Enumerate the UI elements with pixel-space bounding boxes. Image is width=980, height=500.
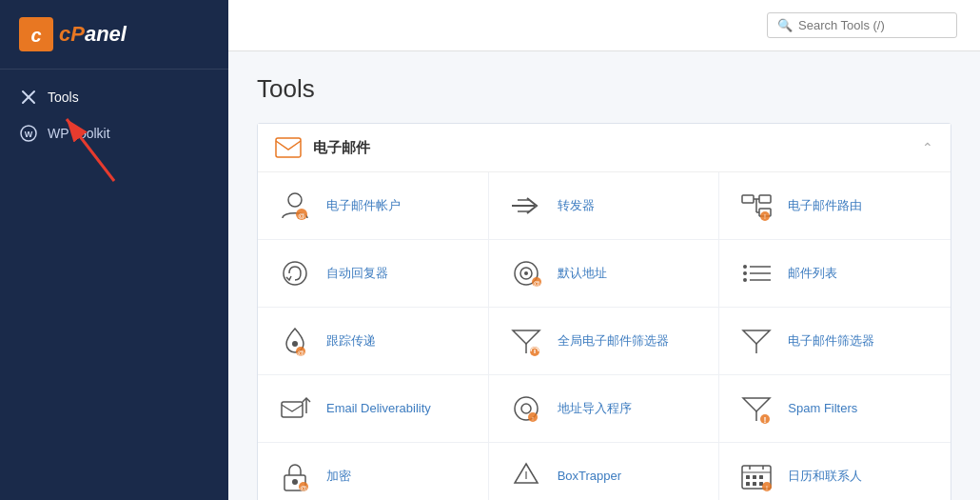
boxtrapper-label: BoxTrapper (558, 469, 621, 485)
logo-area: c cPanel (0, 0, 228, 70)
svg-rect-8 (276, 138, 301, 157)
email-filters-icon (738, 323, 774, 359)
svg-point-31 (743, 271, 747, 275)
tool-address-importer[interactable]: ↑ 地址导入程序 (489, 375, 720, 443)
tool-email-filters[interactable]: 电子邮件筛选器 (719, 308, 951, 375)
autoresponders-icon (277, 255, 313, 291)
tool-calendar-contacts[interactable]: ! 日历和联系人 (719, 443, 951, 500)
sidebar: c cPanel Tools W WP Toolk (0, 0, 228, 500)
search-tools-input[interactable] (798, 18, 947, 32)
email-deliverability-icon (277, 390, 313, 427)
svg-text:@: @ (300, 484, 307, 492)
forwarders-icon (508, 188, 544, 224)
annotation-arrow (48, 110, 143, 186)
svg-marker-42 (743, 330, 770, 344)
svg-rect-16 (759, 195, 771, 203)
calendar-contacts-label: 日历和联系人 (788, 469, 862, 485)
svg-text:@: @ (533, 279, 540, 288)
email-section: 电子邮件 ⌃ @ 电子邮件帐户 (257, 123, 951, 500)
email-accounts-icon: @ (277, 188, 313, 224)
tools-icon (19, 89, 38, 106)
encryption-label: 加密 (326, 469, 351, 485)
email-section-header[interactable]: 电子邮件 ⌃ (258, 124, 951, 172)
svg-point-33 (743, 278, 747, 282)
svg-line-7 (67, 119, 114, 181)
svg-rect-66 (759, 475, 763, 479)
svg-text:W: W (25, 130, 33, 139)
spam-filters-label: Spam Filters (788, 401, 857, 417)
svg-text:!: ! (764, 415, 767, 425)
svg-point-55 (292, 479, 298, 485)
global-email-filters-label: 全局电子邮件筛选器 (558, 333, 669, 350)
search-tools-box[interactable]: 🔍 (767, 12, 957, 38)
boxtrapper-icon (508, 458, 544, 494)
mailing-lists-label: 邮件列表 (788, 266, 837, 282)
tool-encryption[interactable]: @ 加密 (258, 443, 489, 500)
email-deliverability-label: Email Deliverability (326, 401, 431, 417)
calendar-contacts-icon: ! (738, 458, 774, 494)
tool-default-address[interactable]: @ 默认地址 (489, 240, 720, 308)
svg-text:@: @ (298, 211, 305, 220)
svg-rect-67 (746, 482, 750, 486)
default-address-icon: @ (508, 255, 544, 291)
tool-forwarders[interactable]: 转发器 (489, 172, 720, 240)
svg-text:!: ! (766, 485, 768, 491)
spam-filters-icon: ! (738, 390, 774, 427)
topbar: 🔍 (228, 0, 980, 51)
svg-marker-38 (513, 330, 539, 344)
tool-email-deliverability[interactable]: Email Deliverability (258, 375, 489, 443)
address-importer-label: 地址导入程序 (558, 401, 632, 417)
tool-boxtrapper[interactable]: BoxTrapper (489, 443, 720, 500)
content-area: Tools 电子邮件 ⌃ (228, 51, 980, 500)
email-routing-icon: ! (738, 188, 774, 224)
svg-point-47 (521, 404, 531, 413)
email-section-icon (275, 137, 302, 158)
track-delivery-label: 跟踪传递 (326, 333, 376, 350)
svg-text:@: @ (297, 349, 304, 357)
cpanel-logo: c cPanel (19, 17, 209, 51)
svg-rect-44 (282, 402, 303, 417)
address-importer-icon: ↑ (508, 390, 544, 427)
encryption-icon: @ (277, 458, 313, 494)
svg-point-9 (288, 193, 302, 207)
tool-mailing-lists[interactable]: 邮件列表 (719, 240, 951, 308)
tool-email-routing[interactable]: ! 电子邮件路由 (719, 172, 951, 240)
svg-point-29 (743, 265, 747, 269)
svg-marker-50 (743, 398, 770, 411)
tool-global-email-filters[interactable]: 全局电子邮件筛选器 (489, 308, 720, 375)
main-content: 🔍 Tools 电子邮件 ⌃ (228, 0, 980, 500)
wp-icon: W (19, 125, 38, 142)
email-routing-label: 电子邮件路由 (788, 198, 862, 214)
svg-rect-64 (746, 475, 750, 479)
track-delivery-icon: @ (277, 323, 313, 359)
mailing-lists-icon (738, 255, 774, 291)
svg-text:!: ! (764, 213, 766, 220)
tools-label: Tools (48, 90, 79, 105)
svg-rect-65 (753, 475, 756, 479)
cpanel-logo-icon: c (19, 17, 53, 51)
email-section-label: 电子邮件 (313, 139, 370, 157)
email-filters-label: 电子邮件筛选器 (788, 333, 874, 350)
svg-rect-15 (742, 195, 754, 203)
tool-email-accounts[interactable]: @ 电子邮件帐户 (258, 172, 489, 240)
cpanel-logo-text: cPanel (59, 22, 127, 47)
tool-autoresponders[interactable]: 自动回复器 (258, 240, 489, 308)
tools-grid: @ 电子邮件帐户 转发器 (258, 172, 951, 500)
svg-text:↑: ↑ (531, 415, 535, 422)
tool-spam-filters[interactable]: ! Spam Filters (719, 375, 951, 443)
forwarders-label: 转发器 (558, 198, 595, 214)
svg-rect-68 (753, 482, 756, 486)
autoresponders-label: 自动回复器 (326, 266, 388, 282)
email-accounts-label: 电子邮件帐户 (326, 198, 401, 214)
global-email-filters-icon (508, 323, 544, 359)
default-address-label: 默认地址 (558, 266, 607, 282)
email-section-header-left: 电子邮件 (275, 137, 370, 158)
chevron-up-icon[interactable]: ⌃ (922, 140, 933, 155)
svg-text:c: c (30, 25, 41, 46)
svg-point-35 (292, 341, 298, 347)
page-title: Tools (257, 74, 951, 104)
svg-point-26 (524, 271, 528, 275)
tool-track-delivery[interactable]: @ 跟踪传递 (258, 308, 489, 375)
search-icon: 🔍 (777, 18, 793, 32)
svg-point-23 (284, 262, 306, 285)
